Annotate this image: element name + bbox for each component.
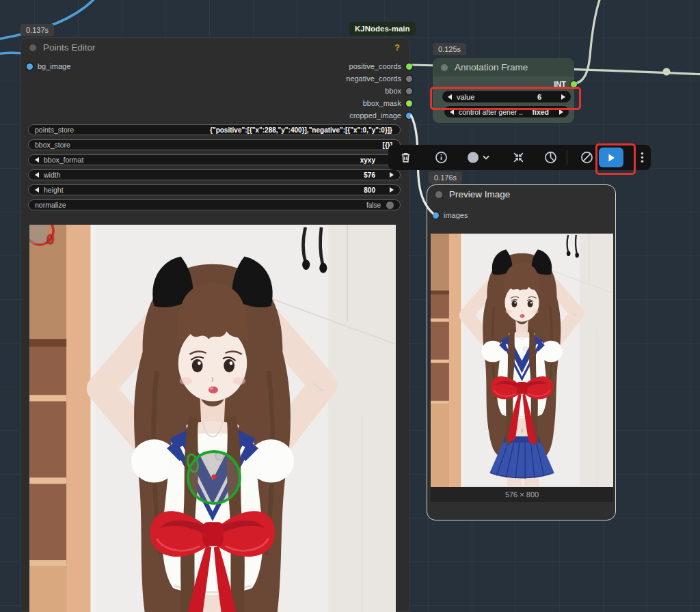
output-port-icon[interactable] bbox=[406, 76, 412, 82]
preview-image-node[interactable]: Preview Image images 576 × 800 bbox=[427, 184, 616, 520]
wire-int-out bbox=[571, 0, 601, 84]
reroute-dot[interactable] bbox=[663, 68, 671, 76]
increment-arrow-icon[interactable] bbox=[561, 94, 565, 100]
output-positive-coords[interactable]: positive_coords bbox=[349, 61, 412, 71]
run-button[interactable] bbox=[599, 148, 623, 167]
input-images[interactable]: images bbox=[433, 210, 468, 220]
more-menu-icon[interactable] bbox=[635, 150, 649, 165]
image-size-label: 576 × 800 bbox=[431, 487, 613, 502]
widget-value[interactable]: value 6 bbox=[442, 91, 571, 102]
execution-time-badge: 0.125s bbox=[433, 43, 466, 55]
output-negative-coords[interactable]: negative_coords bbox=[346, 74, 412, 83]
annotation-frame-node[interactable]: Annotation Frame INT value 6 control aft… bbox=[433, 58, 574, 123]
color-sphere-icon[interactable] bbox=[467, 150, 490, 165]
points-overlay bbox=[29, 225, 396, 612]
input-port-icon[interactable] bbox=[433, 212, 439, 219]
node-title: Points Editor bbox=[43, 42, 96, 53]
output-port-icon[interactable] bbox=[406, 113, 412, 119]
node-title-bar[interactable]: Preview Image bbox=[427, 185, 615, 204]
info-icon[interactable] bbox=[434, 150, 448, 165]
pie-chart-icon[interactable] bbox=[543, 150, 558, 165]
collapse-dot[interactable] bbox=[435, 191, 442, 198]
selection-toolbar[interactable] bbox=[388, 145, 651, 170]
collapse-dot[interactable] bbox=[29, 44, 36, 51]
widget-normalize[interactable]: normalize false bbox=[28, 199, 401, 210]
input-bg-image[interactable]: bg_image bbox=[27, 61, 70, 71]
node-graph-canvas[interactable]: 0.137s KJNodes-main Points Editor ? bg_i… bbox=[0, 0, 700, 612]
point-index-label: 0 bbox=[46, 231, 55, 247]
node-title-bar[interactable]: Annotation Frame bbox=[433, 58, 574, 76]
output-cropped-image[interactable]: cropped_image bbox=[349, 111, 412, 120]
decrement-arrow-icon[interactable] bbox=[35, 157, 39, 163]
widget-points-store[interactable]: points_store {"positive":[{"x":288,"y":4… bbox=[28, 124, 401, 135]
output-port-icon[interactable] bbox=[571, 81, 577, 87]
node-title-bar[interactable]: Points Editor ? bbox=[21, 38, 409, 57]
input-port-icon[interactable] bbox=[27, 64, 33, 70]
output-port-icon[interactable] bbox=[406, 100, 412, 107]
increment-arrow-icon[interactable] bbox=[390, 187, 394, 193]
point-center-icon bbox=[212, 475, 217, 479]
execution-time-badge: 0.176s bbox=[429, 171, 462, 184]
output-port-icon[interactable] bbox=[406, 88, 412, 94]
collapse-dot[interactable] bbox=[441, 64, 448, 71]
decrement-arrow-icon[interactable] bbox=[448, 94, 452, 100]
delete-icon[interactable] bbox=[399, 150, 413, 165]
decrement-arrow-icon[interactable] bbox=[35, 172, 39, 178]
output-bbox[interactable]: bbox bbox=[385, 86, 412, 96]
increment-arrow-icon[interactable] bbox=[390, 172, 394, 178]
widget-height[interactable]: height 800 bbox=[28, 184, 401, 195]
increment-arrow-icon[interactable] bbox=[559, 109, 563, 115]
widget-bbox-store[interactable]: bbox_store [{}] bbox=[28, 139, 401, 150]
help-icon[interactable]: ? bbox=[394, 42, 400, 53]
output-port-icon[interactable] bbox=[406, 64, 412, 70]
widget-width[interactable]: width 576 bbox=[28, 169, 401, 180]
output-bbox-mask[interactable]: bbox_mask bbox=[363, 98, 412, 108]
points-editor-image[interactable]: 0 bbox=[29, 225, 396, 612]
preview-image bbox=[431, 234, 613, 487]
toolbar-divider bbox=[567, 150, 567, 165]
points-editor-node[interactable]: Points Editor ? bg_image positive_coords… bbox=[21, 38, 410, 612]
collapse-icon[interactable] bbox=[511, 150, 526, 165]
output-int[interactable]: INT bbox=[554, 79, 577, 89]
toggle-icon[interactable] bbox=[386, 201, 394, 209]
bypass-icon[interactable] bbox=[580, 150, 594, 165]
widget-bbox-format[interactable]: bbox_format xyxy bbox=[28, 154, 401, 165]
node-pack-badge: KJNodes-main bbox=[349, 22, 416, 36]
image-corner-handle[interactable] bbox=[29, 225, 47, 244]
widget-control-after-generate[interactable]: control after gener .. fixed bbox=[444, 106, 569, 117]
node-title: Preview Image bbox=[449, 189, 510, 199]
node-title: Annotation Frame bbox=[455, 62, 528, 72]
decrement-arrow-icon[interactable] bbox=[450, 109, 454, 115]
decrement-arrow-icon[interactable] bbox=[35, 187, 39, 193]
cosplay-photo bbox=[431, 234, 613, 487]
execution-time-badge: 0.137s bbox=[21, 24, 54, 36]
